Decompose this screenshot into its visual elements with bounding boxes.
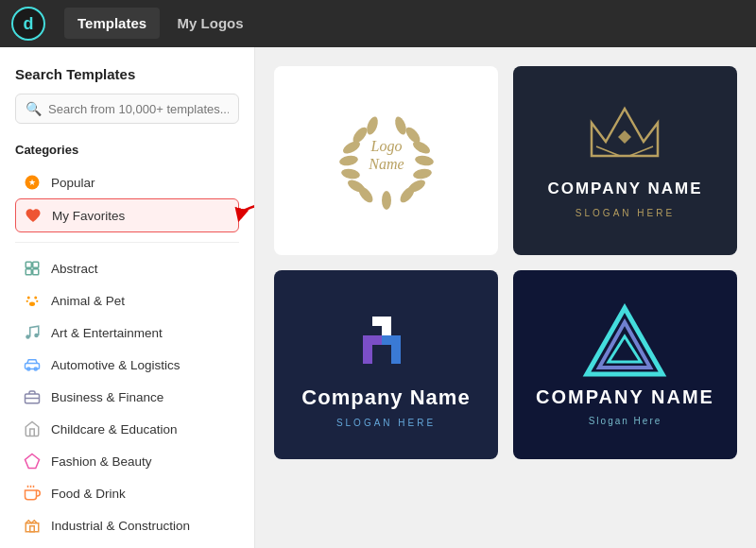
logo3-slogan: SLOGAN HERE <box>336 418 436 428</box>
svg-point-32 <box>414 154 434 166</box>
sidebar: Search Templates 🔍 Categories ★ Popular <box>0 47 255 548</box>
sidebar-item-art-entertainment-label: Art & Entertainment <box>51 326 163 340</box>
sidebar-item-abstract[interactable]: Abstract <box>15 252 239 284</box>
sidebar-item-childcare-education[interactable]: Childcare & Education <box>15 413 239 445</box>
sidebar-item-automotive-logistics[interactable]: Automotive & Logistics <box>15 349 239 381</box>
crown-svg <box>582 104 667 170</box>
svg-point-9 <box>36 300 38 302</box>
main-nav: Templates My Logos <box>64 15 257 32</box>
sidebar-item-art-entertainment[interactable]: Art & Entertainment <box>15 317 239 349</box>
svg-point-7 <box>34 297 37 300</box>
diamond-icon <box>23 452 42 471</box>
svg-rect-3 <box>33 262 39 267</box>
sidebar-item-childcare-education-label: Childcare & Education <box>51 422 178 437</box>
sidebar-item-popular[interactable]: ★ Popular <box>15 166 239 198</box>
search-input[interactable] <box>48 102 229 116</box>
wreath-svg: Logo Name <box>325 99 448 222</box>
svg-marker-47 <box>372 317 391 335</box>
arrow-annotation <box>232 198 255 232</box>
tech-svg <box>349 302 424 378</box>
nav-my-logos[interactable]: My Logos <box>164 8 257 39</box>
logo3-content: Company Name SLOGAN HERE <box>301 302 470 428</box>
logo4-content: COMPANY NAME Slogan Here <box>536 303 714 426</box>
sidebar-item-animal-pet-label: Animal & Pet <box>51 294 125 308</box>
sidebar-item-business-finance[interactable]: Business & Finance <box>15 381 239 413</box>
svg-marker-49 <box>363 335 382 364</box>
car-icon <box>23 355 42 374</box>
logo2-content: COMPANY NAME SLOGAN HERE <box>547 104 702 218</box>
svg-marker-43 <box>618 130 631 144</box>
sidebar-item-food-drink-label: Food & Drink <box>51 487 126 501</box>
main-layout: Search Templates 🔍 Categories ★ Popular <box>0 47 756 548</box>
sidebar-item-automotive-logistics-label: Automotive & Logistics <box>51 358 180 372</box>
sidebar-item-popular-label: Popular <box>51 176 95 190</box>
nav-templates[interactable]: Templates <box>64 8 160 39</box>
triangle-svg <box>582 303 667 379</box>
briefcase-icon <box>23 387 42 406</box>
svg-point-28 <box>364 115 379 136</box>
building-icon <box>23 516 42 535</box>
logo-card-3[interactable]: Company Name SLOGAN HERE <box>274 270 498 459</box>
svg-line-46 <box>629 146 653 156</box>
search-container[interactable]: 🔍 <box>15 94 239 124</box>
svg-point-6 <box>27 297 30 300</box>
logo-grid: Logo Name <box>274 66 737 459</box>
svg-point-8 <box>26 300 28 302</box>
star-icon: ★ <box>23 173 42 192</box>
sidebar-item-business-finance-label: Business & Finance <box>51 390 163 404</box>
sidebar-item-industrial-construction-label: Industrial & Construction <box>51 519 190 533</box>
sidebar-item-my-favorites[interactable]: My Favorites <box>15 198 239 232</box>
svg-rect-5 <box>33 269 39 275</box>
svg-point-11 <box>26 334 30 339</box>
svg-rect-4 <box>26 269 31 275</box>
logo-gallery: Logo Name <box>255 47 756 548</box>
sidebar-item-abstract-label: Abstract <box>51 262 98 276</box>
svg-rect-23 <box>30 526 35 532</box>
logo-card-4[interactable]: COMPANY NAME Slogan Here <box>513 270 737 459</box>
search-icon: 🔍 <box>26 101 42 116</box>
svg-point-25 <box>338 154 358 166</box>
heart-icon <box>24 206 43 225</box>
sidebar-item-animal-pet[interactable]: Animal & Pet <box>15 284 239 317</box>
search-section-title: Search Templates <box>15 66 239 82</box>
svg-point-29 <box>340 167 360 180</box>
svg-line-45 <box>596 146 620 156</box>
logo4-slogan: Slogan Here <box>589 416 662 426</box>
logo1-content: Logo Name <box>325 99 448 222</box>
school-icon <box>23 420 42 438</box>
favorites-row: My Favorites <box>15 198 239 232</box>
abstract-icon <box>23 259 42 278</box>
categories-divider <box>15 242 239 243</box>
food-icon <box>23 484 42 503</box>
paw-icon <box>23 291 42 310</box>
svg-rect-22 <box>26 523 39 532</box>
svg-rect-2 <box>26 262 31 267</box>
sidebar-item-my-favorites-label: My Favorites <box>52 209 125 223</box>
svg-text:Logo: Logo <box>369 138 402 155</box>
sidebar-item-legal-politics[interactable]: Legal & Politics <box>15 541 239 548</box>
logo2-slogan: SLOGAN HERE <box>576 208 675 218</box>
sidebar-item-fashion-beauty[interactable]: Fashion & Beauty <box>15 445 239 477</box>
svg-point-35 <box>392 115 407 136</box>
app-header: d Templates My Logos <box>0 0 756 47</box>
svg-point-10 <box>29 302 35 307</box>
sidebar-item-fashion-beauty-label: Fashion & Beauty <box>51 454 152 469</box>
logo-card-2[interactable]: COMPANY NAME SLOGAN HERE <box>513 66 737 255</box>
sidebar-item-food-drink[interactable]: Food & Drink <box>15 477 239 509</box>
svg-text:Name: Name <box>368 156 404 172</box>
logo2-name: COMPANY NAME <box>547 180 702 198</box>
app-logo: d <box>11 7 45 41</box>
svg-marker-50 <box>587 308 662 374</box>
logo3-name: Company Name <box>301 385 470 410</box>
logo-card-1[interactable]: Logo Name <box>274 66 498 255</box>
svg-marker-48 <box>382 335 401 364</box>
sidebar-item-industrial-construction[interactable]: Industrial & Construction <box>15 509 239 541</box>
categories-title: Categories <box>15 143 239 157</box>
logo4-name: COMPANY NAME <box>536 386 714 408</box>
svg-point-36 <box>412 167 432 180</box>
music-icon <box>23 323 42 342</box>
svg-point-12 <box>34 334 39 338</box>
svg-text:★: ★ <box>28 178 36 187</box>
svg-point-39 <box>382 191 391 210</box>
svg-marker-18 <box>26 454 40 469</box>
